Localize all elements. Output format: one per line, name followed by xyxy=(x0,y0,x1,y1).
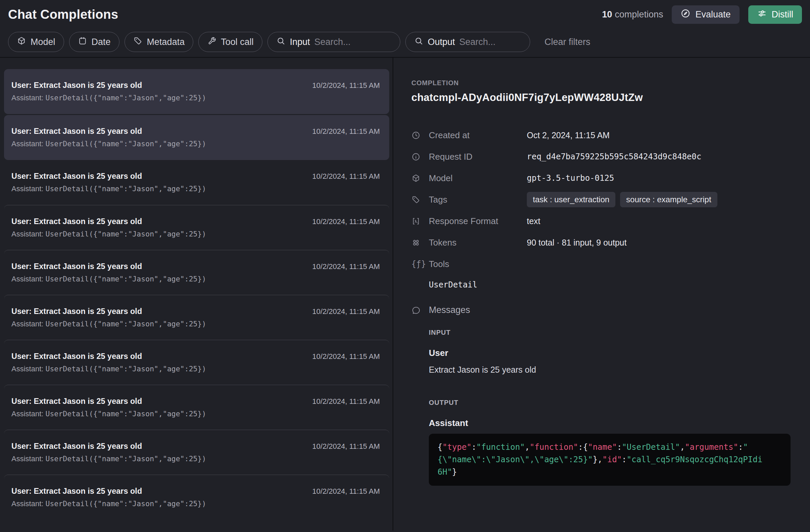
completions-count: 10completions xyxy=(602,10,663,20)
output-role: Assistant xyxy=(429,418,791,428)
list-item-timestamp: 10/2/2024, 11:15 AM xyxy=(312,127,380,136)
list-item-assistant-text: Assistant: UserDetail({"name":"Jason","a… xyxy=(12,184,380,193)
list-item-assistant-text: Assistant: UserDetail({"name":"Jason","a… xyxy=(12,275,380,283)
completion-fields: Created at Oct 2, 2024, 11:15 AM Request… xyxy=(411,124,791,275)
clear-filters-button[interactable]: Clear filters xyxy=(545,37,590,47)
completion-list-item[interactable]: User: Extract Jason is 25 years old 10/2… xyxy=(4,160,389,205)
assistant-call: UserDetail({"name":"Jason","age":25}) xyxy=(45,320,206,328)
completion-id: chatcmpl-ADyAodii0NF7ig7yLepWW428UJtZw xyxy=(411,92,791,104)
list-item-timestamp: 10/2/2024, 11:15 AM xyxy=(312,172,380,181)
assistant-prefix: Assistant: xyxy=(12,320,45,328)
assistant-call: UserDetail({"name":"Jason","age":25}) xyxy=(45,410,206,418)
assistant-call: UserDetail({"name":"Jason","age":25}) xyxy=(45,139,206,148)
completion-list-item[interactable]: User: Extract Jason is 25 years old 10/2… xyxy=(4,430,389,475)
assistant-call: UserDetail({"name":"Jason","age":25}) xyxy=(45,94,206,102)
completion-list-item[interactable]: User: Extract Jason is 25 years old 10/2… xyxy=(4,295,389,340)
field-label: Tools xyxy=(429,259,527,269)
completion-list-item[interactable]: User: Extract Jason is 25 years old 10/2… xyxy=(4,115,389,160)
list-item-user-text: User: Extract Jason is 25 years old xyxy=(12,397,142,406)
list-item-timestamp: 10/2/2024, 11:15 AM xyxy=(312,397,380,406)
field-label: Request ID xyxy=(429,152,527,162)
list-item-user-text: User: Extract Jason is 25 years old xyxy=(12,262,142,271)
chat-bubble-icon xyxy=(411,305,429,315)
tag-chip[interactable]: task : user_extraction xyxy=(527,192,615,207)
tag-chips: task : user_extractionsource : example_s… xyxy=(527,192,791,207)
messages-section-header: Messages xyxy=(411,305,791,315)
output-search-input[interactable] xyxy=(459,37,521,47)
distill-button-label: Distill xyxy=(772,10,794,20)
messages-label: Messages xyxy=(429,305,791,315)
list-item-user-text: User: Extract Jason is 25 years old xyxy=(12,307,142,316)
input-message-text: Extract Jason is 25 years old xyxy=(429,365,791,375)
assistant-prefix: Assistant: xyxy=(12,410,45,418)
search-icon xyxy=(414,36,423,48)
detail-field-row: Tokens 90 total · 81 input, 9 output xyxy=(411,232,791,253)
list-item-assistant-text: Assistant: UserDetail({"name":"Jason","a… xyxy=(12,365,380,373)
list-item-assistant-text: Assistant: UserDetail({"name":"Jason","a… xyxy=(12,230,380,238)
completions-list[interactable]: User: Extract Jason is 25 years old 10/2… xyxy=(0,58,393,531)
filter-metadata-label: Metadata xyxy=(147,37,185,47)
assistant-prefix: Assistant: xyxy=(12,454,45,463)
function-braces-icon: {ƒ} xyxy=(411,259,429,269)
assistant-prefix: Assistant: xyxy=(12,230,45,238)
completion-list-item[interactable]: User: Extract Jason is 25 years old 10/2… xyxy=(4,205,389,250)
output-section-label: OUTPUT xyxy=(429,399,791,406)
field-value: 90 total · 81 input, 9 output xyxy=(527,238,791,248)
input-search-field[interactable]: Input xyxy=(268,32,400,52)
output-search-field[interactable]: Output xyxy=(405,32,530,52)
tag-icon xyxy=(133,36,143,48)
completion-list-item[interactable]: User: Extract Jason is 25 years old 10/2… xyxy=(4,385,389,430)
completion-detail-panel[interactable]: COMPLETION chatcmpl-ADyAodii0NF7ig7yLepW… xyxy=(393,58,810,531)
completion-list-item[interactable]: User: Extract Jason is 25 years old 10/2… xyxy=(4,340,389,385)
list-item-user-text: User: Extract Jason is 25 years old xyxy=(12,487,142,496)
completion-section-label: COMPLETION xyxy=(411,79,791,87)
evaluate-button-label: Evaluate xyxy=(695,10,730,20)
list-item-timestamp: 10/2/2024, 11:15 AM xyxy=(312,262,380,271)
completion-list-item[interactable]: User: Extract Jason is 25 years old 10/2… xyxy=(4,69,389,114)
field-label: Model xyxy=(429,173,527,183)
assistant-tool-call-code: {"type":"function","function":{"name":"U… xyxy=(429,434,791,486)
field-value: gpt-3.5-turbo-0125 xyxy=(527,173,791,183)
filter-date-button[interactable]: Date xyxy=(69,32,119,52)
assistant-prefix: Assistant: xyxy=(12,499,45,508)
completions-count-label: completions xyxy=(615,10,663,19)
cube-icon xyxy=(17,36,26,48)
compass-icon xyxy=(680,9,691,21)
messages-block: INPUT User Extract Jason is 25 years old… xyxy=(429,329,791,486)
detail-field-row: Response Format text xyxy=(411,210,791,232)
completion-list-item[interactable]: User: Extract Jason is 25 years old 10/2… xyxy=(4,475,389,520)
filter-bar: Model Date Metadata Tool call Input Outp… xyxy=(8,32,802,57)
field-label: Tags xyxy=(429,195,527,205)
calendar-icon xyxy=(78,36,87,48)
wrench-icon xyxy=(207,36,216,48)
distill-button[interactable]: Distill xyxy=(748,5,802,24)
filter-tool-call-button[interactable]: Tool call xyxy=(198,32,262,52)
list-item-assistant-text: Assistant: UserDetail({"name":"Jason","a… xyxy=(12,499,380,508)
filter-metadata-button[interactable]: Metadata xyxy=(125,32,194,52)
assistant-prefix: Assistant: xyxy=(12,139,45,148)
assistant-prefix: Assistant: xyxy=(12,184,45,193)
list-item-timestamp: 10/2/2024, 11:15 AM xyxy=(312,442,380,451)
list-item-assistant-text: Assistant: UserDetail({"name":"Jason","a… xyxy=(12,454,380,463)
assistant-call: UserDetail({"name":"Jason","age":25}) xyxy=(45,275,206,283)
list-item-timestamp: 10/2/2024, 11:15 AM xyxy=(312,487,380,496)
list-item-user-text: User: Extract Jason is 25 years old xyxy=(12,217,142,226)
list-item-timestamp: 10/2/2024, 11:15 AM xyxy=(312,81,380,90)
completions-count-number: 10 xyxy=(602,10,612,19)
search-icon xyxy=(276,36,286,48)
list-item-timestamp: 10/2/2024, 11:15 AM xyxy=(312,307,380,316)
tag-chip[interactable]: source : example_script xyxy=(620,192,717,207)
detail-field-row: {ƒ} Tools xyxy=(411,253,791,275)
cube-icon xyxy=(411,174,429,183)
filter-model-button[interactable]: Model xyxy=(8,32,64,52)
evaluate-button[interactable]: Evaluate xyxy=(672,5,739,24)
tag-icon xyxy=(411,195,429,204)
page-title: Chat Completions xyxy=(8,7,118,22)
response-format-icon xyxy=(411,217,429,226)
field-label: Response Format xyxy=(429,216,527,227)
detail-field-row: Request ID req_d4e7ba759225b595c584243d9… xyxy=(411,146,791,167)
completion-list-item[interactable]: User: Extract Jason is 25 years old 10/2… xyxy=(4,250,389,295)
filter-model-label: Model xyxy=(31,37,55,47)
input-search-input[interactable] xyxy=(314,37,392,47)
assistant-call: UserDetail({"name":"Jason","age":25}) xyxy=(45,365,206,373)
